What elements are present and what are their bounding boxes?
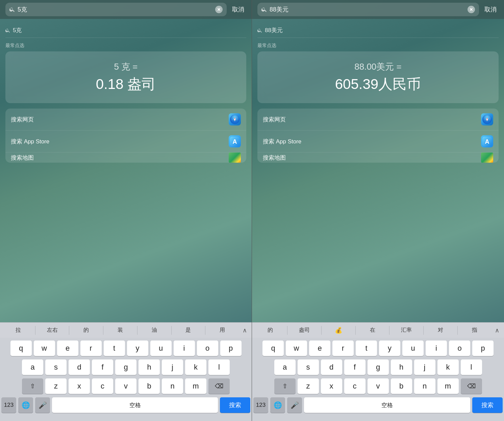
right-key-m[interactable]: m <box>437 378 459 394</box>
right-key-a[interactable]: a <box>274 359 296 375</box>
key-a[interactable]: a <box>22 359 43 375</box>
right-key-x[interactable]: x <box>321 378 342 394</box>
right-chevron-btn[interactable]: ∧ <box>492 325 503 335</box>
right-sub-search-row[interactable]: 88美元 <box>257 23 499 38</box>
key-z[interactable]: z <box>45 378 67 394</box>
key-e[interactable]: e <box>57 341 78 356</box>
key-f[interactable]: f <box>92 359 113 375</box>
key-v[interactable]: v <box>115 378 136 394</box>
key-j[interactable]: j <box>162 359 183 375</box>
key-w[interactable]: w <box>34 341 55 356</box>
right-key-c[interactable]: c <box>344 378 366 394</box>
key-s[interactable]: s <box>45 359 67 375</box>
right-key-num[interactable]: 123 <box>253 397 268 413</box>
right-kb-suggest-3[interactable]: 在 <box>356 325 389 336</box>
left-search-input-wrap[interactable]: 5克 <box>5 3 227 16</box>
right-key-r[interactable]: r <box>332 341 354 356</box>
key-y[interactable]: y <box>127 341 148 356</box>
right-suggestion-appstore[interactable]: 搜索 App Store A <box>257 131 499 153</box>
right-suggestion-maps[interactable]: 搜索地图 <box>257 153 499 163</box>
left-cancel-button[interactable]: 取消 <box>230 4 246 15</box>
key-k[interactable]: k <box>185 359 206 375</box>
left-kb-suggest-5[interactable]: 是 <box>172 325 205 336</box>
key-x[interactable]: x <box>69 378 90 394</box>
key-b[interactable]: b <box>138 378 160 394</box>
key-o[interactable]: o <box>197 341 218 356</box>
key-d[interactable]: d <box>69 359 90 375</box>
key-p[interactable]: p <box>220 341 242 356</box>
key-globe[interactable]: 🌐 <box>18 397 33 413</box>
left-suggestion-safari[interactable]: 搜索网页 <box>5 109 246 131</box>
right-key-globe[interactable]: 🌐 <box>270 397 285 413</box>
right-key-z[interactable]: z <box>298 378 319 394</box>
left-suggestion-maps[interactable]: 搜索地图 <box>5 153 246 163</box>
right-key-q[interactable]: q <box>262 341 284 356</box>
left-kb-suggest-1[interactable]: 左右 <box>35 325 69 336</box>
key-search[interactable]: 搜索 <box>220 397 250 413</box>
key-c[interactable]: c <box>92 378 113 394</box>
right-kb-suggest-2[interactable]: 💰 <box>322 325 355 336</box>
right-kb-suggest-6[interactable]: 指 <box>458 325 492 336</box>
key-mic[interactable]: 🎤 <box>35 397 50 413</box>
left-kb-suggest-2[interactable]: 的 <box>69 325 103 336</box>
left-suggestion-appstore[interactable]: 搜索 App Store A <box>5 131 246 153</box>
left-clear-button[interactable] <box>215 6 223 13</box>
key-n[interactable]: n <box>162 378 183 394</box>
right-kb-suggest-0[interactable]: 的 <box>253 325 287 336</box>
right-cancel-button[interactable]: 取消 <box>482 4 499 15</box>
right-key-g[interactable]: g <box>368 359 389 375</box>
right-key-delete[interactable]: ⌫ <box>461 378 482 394</box>
right-clear-button[interactable] <box>468 6 475 13</box>
right-kb-suggest-5[interactable]: 对 <box>424 325 457 336</box>
key-i[interactable]: i <box>174 341 195 356</box>
right-key-space[interactable]: 空格 <box>304 397 470 413</box>
right-kb-suggest-1[interactable]: 盎司 <box>287 325 321 336</box>
right-key-t[interactable]: t <box>356 341 377 356</box>
key-num[interactable]: 123 <box>1 397 16 413</box>
left-sub-search-row[interactable]: 5克 <box>5 23 246 38</box>
key-space[interactable]: 空格 <box>52 397 218 413</box>
key-m[interactable]: m <box>185 378 206 394</box>
right-key-o[interactable]: o <box>449 341 470 356</box>
left-kb-suggest-0[interactable]: 拉 <box>1 325 35 336</box>
key-l[interactable]: l <box>208 359 230 375</box>
right-key-f[interactable]: f <box>344 359 366 375</box>
right-key-y[interactable]: y <box>379 341 400 356</box>
right-kb-suggest-4[interactable]: 汇率 <box>389 325 423 336</box>
right-key-v[interactable]: v <box>368 378 389 394</box>
right-key-b[interactable]: b <box>391 378 412 394</box>
left-kb-suggest-6[interactable]: 用 <box>205 325 239 336</box>
right-key-n[interactable]: n <box>414 378 435 394</box>
right-key-u[interactable]: u <box>402 341 424 356</box>
key-u[interactable]: u <box>150 341 172 356</box>
right-key-h[interactable]: h <box>391 359 412 375</box>
right-key-search[interactable]: 搜索 <box>472 397 503 413</box>
key-delete[interactable]: ⌫ <box>208 378 230 394</box>
right-key-shift[interactable]: ⇧ <box>274 378 296 394</box>
right-panel: 88美元 取消 88美元 最常点选 88.00美元 = 605.39人民币 搜索… <box>252 0 504 421</box>
right-key-i[interactable]: i <box>426 341 447 356</box>
right-appstore-icon: A <box>481 135 493 147</box>
key-r[interactable]: r <box>80 341 102 356</box>
key-t[interactable]: t <box>104 341 125 356</box>
right-key-e[interactable]: e <box>309 341 330 356</box>
left-kb-suggest-3[interactable]: 装 <box>103 325 137 336</box>
left-chevron-btn[interactable]: ∧ <box>239 325 250 335</box>
left-key-row-1: q w e r t y u i o p <box>1 341 250 356</box>
right-key-s[interactable]: s <box>298 359 319 375</box>
right-conversion-line1: 88.00美元 = <box>264 61 492 73</box>
right-key-w[interactable]: w <box>286 341 307 356</box>
key-g[interactable]: g <box>115 359 136 375</box>
right-key-k[interactable]: k <box>437 359 459 375</box>
right-key-l[interactable]: l <box>461 359 482 375</box>
right-key-mic[interactable]: 🎤 <box>287 397 302 413</box>
key-q[interactable]: q <box>10 341 32 356</box>
right-key-j[interactable]: j <box>414 359 435 375</box>
right-suggestion-safari[interactable]: 搜索网页 <box>257 109 499 131</box>
key-h[interactable]: h <box>138 359 160 375</box>
right-key-p[interactable]: p <box>472 341 494 356</box>
key-shift[interactable]: ⇧ <box>22 378 43 394</box>
right-search-input-wrap[interactable]: 88美元 <box>257 3 479 16</box>
left-kb-suggest-4[interactable]: 油 <box>137 325 171 336</box>
right-key-d[interactable]: d <box>321 359 342 375</box>
